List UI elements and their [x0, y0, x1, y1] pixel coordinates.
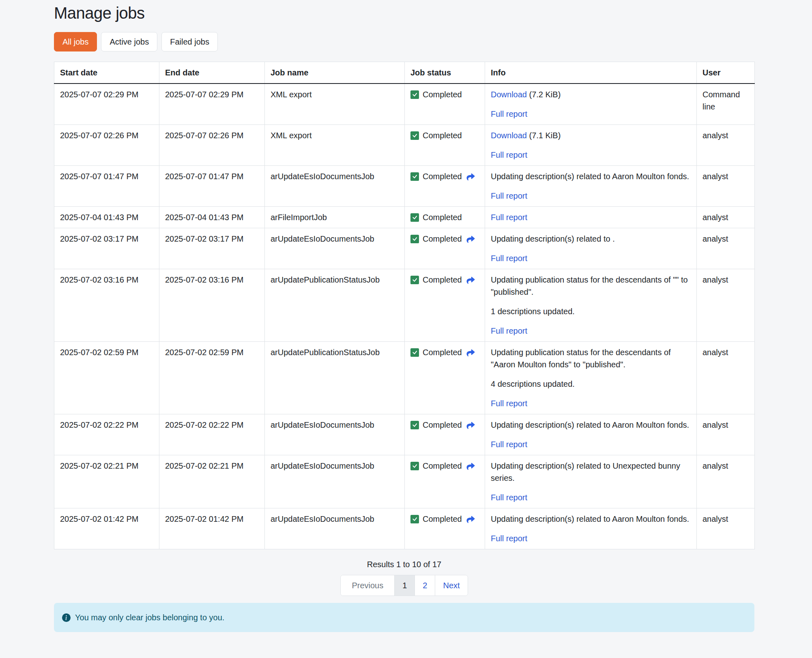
info-text: Updating description(s) related to Unexp… [491, 461, 680, 482]
full-report-link[interactable]: Full report [491, 399, 527, 408]
user-cell: analyst [697, 414, 755, 455]
end-date-cell: 2025-07-02 03:16 PM [159, 269, 265, 342]
table-row: 2025-07-02 01:42 PM 2025-07-02 01:42 PM … [54, 508, 755, 549]
job-name-cell: arUpdatePublicationStatusJob [265, 269, 405, 342]
end-date-cell: 2025-07-02 03:17 PM [159, 228, 265, 269]
jobs-table: Start date End date Job name Job status … [54, 62, 755, 549]
table-row: 2025-07-02 02:21 PM 2025-07-02 02:21 PM … [54, 455, 755, 508]
full-report-link[interactable]: Full report [491, 191, 527, 200]
full-report-link[interactable]: Full report [491, 150, 527, 159]
info-cell: Updating description(s) related to .Full… [485, 228, 697, 269]
share-arrow-icon[interactable] [466, 276, 476, 284]
job-filter-tabs: All jobs Active jobs Failed jobs [54, 32, 754, 51]
full-report-link[interactable]: Full report [491, 534, 527, 543]
info-text: Updating description(s) related to . [491, 234, 615, 243]
info-text: Updating publication status for the desc… [491, 275, 688, 296]
check-square-icon [410, 90, 419, 99]
status-label: Completed [423, 346, 462, 358]
pagination-page-1[interactable]: 1 [394, 575, 415, 596]
check-square-icon [410, 172, 419, 181]
user-cell: analyst [697, 508, 755, 549]
table-row: 2025-07-07 01:47 PM 2025-07-07 01:47 PM … [54, 166, 755, 207]
start-date-cell: 2025-07-02 03:16 PM [54, 269, 159, 342]
download-link[interactable]: Download [491, 90, 527, 99]
info-cell: Updating description(s) related to Unexp… [485, 455, 697, 508]
results-summary: Results 1 to 10 of 17 [54, 560, 754, 569]
start-date-cell: 2025-07-02 02:21 PM [54, 455, 159, 508]
table-header-row: Start date End date Job name Job status … [54, 62, 755, 84]
user-cell: analyst [697, 166, 755, 207]
job-status-cell: Completed [405, 207, 485, 228]
check-square-icon [410, 348, 419, 357]
column-header-end-date: End date [159, 62, 265, 84]
pagination: Previous 1 2 Next [340, 575, 468, 596]
table-row: 2025-07-07 02:29 PM 2025-07-07 02:29 PM … [54, 84, 755, 125]
tab-failed-jobs[interactable]: Failed jobs [161, 32, 218, 51]
start-date-cell: 2025-07-02 03:17 PM [54, 228, 159, 269]
column-header-user: User [697, 62, 755, 84]
info-text: (7.2 KiB) [527, 90, 561, 99]
job-status-cell: Completed [405, 414, 485, 455]
table-row: 2025-07-02 02:59 PM 2025-07-02 02:59 PM … [54, 342, 755, 414]
share-arrow-icon[interactable] [466, 172, 476, 180]
user-cell: analyst [697, 207, 755, 228]
status-label: Completed [423, 274, 462, 286]
download-link[interactable]: Download [491, 131, 527, 140]
full-report-link[interactable]: Full report [491, 440, 527, 449]
end-date-cell: 2025-07-02 02:22 PM [159, 414, 265, 455]
share-arrow-icon[interactable] [466, 348, 476, 356]
status-label: Completed [423, 419, 462, 431]
column-header-job-name: Job name [265, 62, 405, 84]
info-text: 1 descriptions updated. [491, 307, 575, 316]
share-arrow-icon[interactable] [466, 235, 476, 243]
tab-active-jobs[interactable]: Active jobs [101, 32, 157, 51]
info-text: (7.1 KiB) [527, 131, 561, 140]
end-date-cell: 2025-07-07 02:29 PM [159, 84, 265, 125]
share-arrow-icon[interactable] [466, 462, 476, 470]
status-label: Completed [423, 129, 462, 141]
status-label: Completed [423, 88, 462, 101]
full-report-link[interactable]: Full report [491, 493, 527, 502]
tab-all-jobs[interactable]: All jobs [54, 32, 97, 51]
table-row: 2025-07-07 02:26 PM 2025-07-07 02:26 PM … [54, 125, 755, 166]
job-name-cell: arUpdateEsIoDocumentsJob [265, 166, 405, 207]
end-date-cell: 2025-07-07 01:47 PM [159, 166, 265, 207]
check-square-icon [410, 462, 419, 470]
info-cell: Updating description(s) related to Aaron… [485, 414, 697, 455]
job-status-cell: Completed [405, 455, 485, 508]
pagination-page-2[interactable]: 2 [415, 575, 435, 596]
pagination-previous[interactable]: Previous [341, 575, 394, 596]
status-label: Completed [423, 170, 462, 182]
status-label: Completed [423, 460, 462, 472]
end-date-cell: 2025-07-07 02:26 PM [159, 125, 265, 166]
job-name-cell: XML export [265, 125, 405, 166]
info-cell: Updating publication status for the desc… [485, 269, 697, 342]
share-arrow-icon[interactable] [466, 421, 476, 429]
pagination-next[interactable]: Next [435, 575, 467, 596]
notice-text: You may only clear jobs belonging to you… [75, 611, 224, 624]
info-cell: Updating description(s) related to Aaron… [485, 166, 697, 207]
user-cell: Command line [697, 84, 755, 125]
table-row: 2025-07-04 01:43 PM 2025-07-04 01:43 PM … [54, 207, 755, 228]
user-cell: analyst [697, 125, 755, 166]
info-cell: Download (7.1 KiB)Full report [485, 125, 697, 166]
job-status-cell: Completed [405, 508, 485, 549]
job-status-cell: Completed [405, 342, 485, 414]
start-date-cell: 2025-07-07 01:47 PM [54, 166, 159, 207]
status-label: Completed [423, 233, 462, 245]
job-status-cell: Completed [405, 166, 485, 207]
full-report-link[interactable]: Full report [491, 213, 527, 222]
full-report-link[interactable]: Full report [491, 254, 527, 263]
share-arrow-icon[interactable] [466, 515, 476, 523]
job-status-cell: Completed [405, 84, 485, 125]
user-cell: analyst [697, 455, 755, 508]
manage-jobs-page: Manage jobs All jobs Active jobs Failed … [54, 0, 754, 632]
column-header-info: Info [485, 62, 697, 84]
info-cell: Download (7.2 KiB)Full report [485, 84, 697, 125]
end-date-cell: 2025-07-02 01:42 PM [159, 508, 265, 549]
job-name-cell: arUpdateEsIoDocumentsJob [265, 228, 405, 269]
full-report-link[interactable]: Full report [491, 326, 527, 335]
full-report-link[interactable]: Full report [491, 109, 527, 118]
job-name-cell: arFileImportJob [265, 207, 405, 228]
start-date-cell: 2025-07-02 01:42 PM [54, 508, 159, 549]
